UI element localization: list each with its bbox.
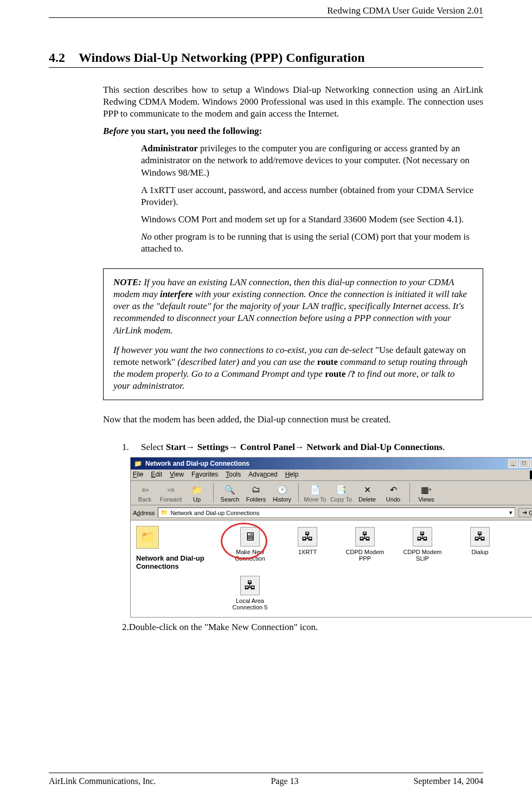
prereq-noprog: No other program is to be running that i… [141, 231, 483, 255]
forward-button[interactable]: ⇨Forward [159, 484, 183, 503]
menu-tools[interactable]: Tools [226, 471, 241, 479]
search-button[interactable]: 🔍Search [218, 484, 242, 503]
history-icon: 🕑 [276, 484, 288, 495]
wizard-icon: 🖥 [240, 527, 260, 547]
footer-right: September 14, 2004 [414, 776, 483, 786]
minimize-button[interactable]: _ [508, 459, 518, 468]
note-route2: route /? [325, 369, 355, 379]
prereq-admin: Administrator privileges to the computer… [141, 143, 483, 178]
toolbar-sep3 [409, 483, 410, 503]
close-button[interactable]: × [530, 459, 532, 468]
icons-area: 🖥 Make New Connection 🖧 1XRTT 🖧 CDPD Mod… [223, 520, 532, 617]
folders-icon: 🗂 [250, 484, 262, 495]
note-interfere: interfere [160, 289, 193, 299]
search-icon: 🔍 [224, 484, 236, 495]
connection-icon: 🖧 [355, 527, 375, 547]
undo-button[interactable]: ↶Undo [381, 484, 405, 503]
no-word: No [141, 232, 152, 242]
step1-pre: Select [141, 442, 166, 452]
lan-icon[interactable]: 🖧 Local Area Connection 5 [228, 576, 272, 610]
step2-num: 2. [122, 622, 129, 632]
step2-text: Double-click on the "Make New Connection… [129, 622, 318, 632]
before-word: Before [103, 126, 129, 136]
toolbar: ⇦Back ⇨Forward 📁Up 🔍Search 🗂Folders 🕑His… [131, 481, 532, 505]
moveto-button[interactable]: 📄Move To [303, 484, 327, 503]
step1-post: . [443, 442, 445, 452]
menu-view[interactable]: View [170, 471, 184, 479]
delete-button[interactable]: ✕Delete [355, 484, 379, 503]
now-paragraph: Now that the modem has been added, the D… [103, 414, 483, 426]
undo-icon: ↶ [387, 484, 399, 495]
note-route: route [317, 357, 338, 367]
folder-large-icon: 📁 [136, 526, 159, 549]
window-screenshot: 📁 Network and Dial-up Connections _ □ × … [130, 457, 532, 618]
go-icon: ➔ [522, 509, 527, 516]
before-heading: Before you start, you need the following… [103, 125, 483, 137]
window-title: Network and Dial-up Connections [145, 460, 249, 467]
up-icon: 📁 [191, 484, 203, 495]
connection-icon: 🖧 [298, 527, 317, 547]
history-button[interactable]: 🕑History [270, 484, 294, 503]
step1-path: Start→ Settings→ Control Panel→ Network … [166, 442, 443, 452]
doc-title: Redwing CDMA User Guide Version 2.01 [327, 5, 483, 16]
address-input[interactable]: 📁 Network and Dial-up Connections ▾ [158, 507, 515, 518]
cdpd-slip-icon[interactable]: 🖧 CDPD Modem SLIP [401, 527, 444, 562]
step-1: 1.Select Start→ Settings→ Control Panel→… [141, 442, 483, 453]
delete-icon: ✕ [361, 484, 373, 495]
connection-icon: 🖧 [470, 527, 490, 547]
copyto-icon: 📑 [335, 484, 347, 495]
cdpd-ppp-icon[interactable]: 🖧 CDPD Modem PPP [343, 527, 387, 562]
toolbar-sep2 [298, 483, 299, 503]
section-heading: 4.2Windows Dial-Up Networking (PPP) Conf… [49, 50, 483, 68]
side-panel-title: Network and Dial-up Connections [136, 554, 217, 570]
noprog-rest: other program is to be running that is u… [141, 232, 470, 254]
window-icon: 📁 [134, 460, 142, 467]
toolbar-sep [213, 483, 214, 503]
admin-word: Administrator [141, 143, 198, 153]
note-label: NOTE: [113, 277, 142, 287]
forward-icon: ⇨ [165, 484, 177, 495]
intro-paragraph: This section describes how to setup a Wi… [103, 84, 483, 120]
footer-center: Page 13 [271, 776, 298, 786]
dialup-icon[interactable]: 🖧 Dialup [458, 527, 502, 555]
maximize-button[interactable]: □ [519, 459, 529, 468]
1xrtt-icon[interactable]: 🖧 1XRTT [286, 527, 329, 555]
section-number: 4.2 [49, 50, 79, 65]
moveto-icon: 📄 [309, 484, 321, 495]
section-title: Windows Dial-Up Networking (PPP) Configu… [79, 50, 365, 65]
folders-button[interactable]: 🗂Folders [244, 484, 268, 503]
footer-left: AirLink Communications, Inc. [49, 776, 156, 786]
menu-favorites[interactable]: Favorites [191, 471, 218, 479]
menu-help[interactable]: Help [285, 471, 299, 479]
menu-edit[interactable]: Edit [151, 471, 162, 479]
window-titlebar[interactable]: 📁 Network and Dial-up Connections _ □ × [131, 458, 532, 470]
connection-icon: 🖧 [413, 527, 432, 547]
menu-file[interactable]: File [133, 471, 143, 479]
copyto-button[interactable]: 📑Copy To [329, 484, 353, 503]
step-2: 2.Double-click on the "Make New Connecti… [141, 622, 483, 633]
make-new-connection-icon[interactable]: 🖥 Make New Connection [228, 527, 272, 562]
go-button[interactable]: ➔Go [518, 508, 532, 517]
before-rest: you start, you need the following: [129, 126, 262, 136]
address-value: Network and Dial-up Connections [170, 510, 259, 516]
address-label: Address [133, 510, 155, 516]
note-box: NOTE: If you have an existing LAN connec… [103, 268, 483, 400]
back-button[interactable]: ⇦Back [133, 484, 157, 503]
folder-icon: 📁 [161, 509, 168, 516]
doc-header: Redwing CDMA User Guide Version 2.01 [49, 5, 483, 18]
menu-advanced[interactable]: Advanced [248, 471, 277, 479]
prereq-comport: Windows COM Port and modem set up for a … [141, 214, 483, 226]
page-footer: AirLink Communications, Inc. Page 13 Sep… [49, 773, 483, 786]
prereq-account: A 1xRTT user account, password, and acce… [141, 184, 483, 208]
views-button[interactable]: ▦▾Views [414, 484, 438, 503]
side-panel: 📁 Network and Dial-up Connections [131, 520, 223, 617]
address-bar: Address 📁 Network and Dial-up Connection… [131, 505, 532, 520]
back-icon: ⇦ [139, 484, 151, 495]
dropdown-icon[interactable]: ▾ [509, 509, 512, 516]
menu-bar: File Edit View Favorites Tools Advanced … [131, 470, 532, 481]
up-button[interactable]: 📁Up [185, 484, 209, 503]
note-p2b: (described later) and you can use the [175, 357, 317, 367]
connection-icon: 🖧 [240, 576, 260, 595]
views-icon: ▦▾ [420, 484, 432, 495]
windows-logo-icon: ⊞ [530, 471, 532, 479]
